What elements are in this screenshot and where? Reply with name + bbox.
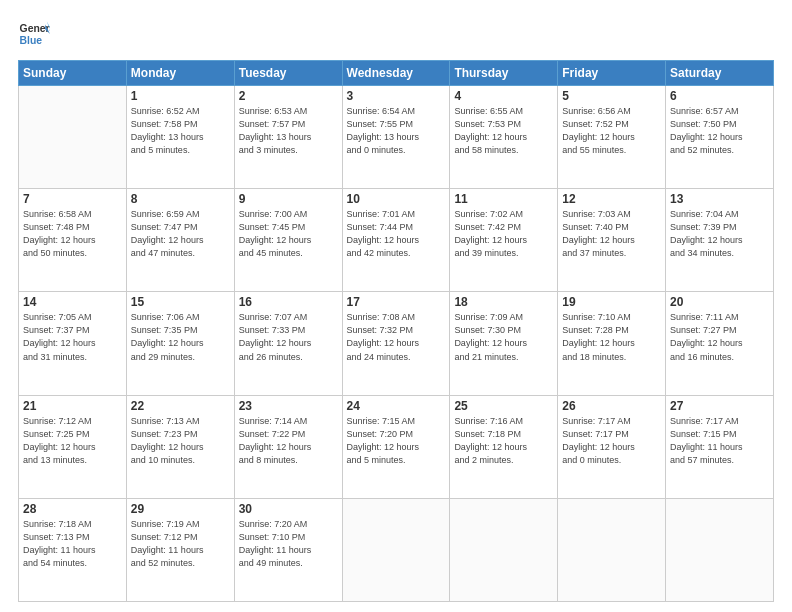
calendar-cell: 6Sunrise: 6:57 AMSunset: 7:50 PMDaylight…: [666, 86, 774, 189]
day-info: Sunrise: 7:14 AMSunset: 7:22 PMDaylight:…: [239, 415, 338, 467]
day-info: Sunrise: 7:16 AMSunset: 7:18 PMDaylight:…: [454, 415, 553, 467]
calendar-cell: 24Sunrise: 7:15 AMSunset: 7:20 PMDayligh…: [342, 395, 450, 498]
day-info: Sunrise: 7:02 AMSunset: 7:42 PMDaylight:…: [454, 208, 553, 260]
day-info: Sunrise: 7:15 AMSunset: 7:20 PMDaylight:…: [347, 415, 446, 467]
weekday-header-sunday: Sunday: [19, 61, 127, 86]
weekday-header-wednesday: Wednesday: [342, 61, 450, 86]
day-number: 3: [347, 89, 446, 103]
day-number: 27: [670, 399, 769, 413]
day-info: Sunrise: 7:07 AMSunset: 7:33 PMDaylight:…: [239, 311, 338, 363]
calendar-cell: 1Sunrise: 6:52 AMSunset: 7:58 PMDaylight…: [126, 86, 234, 189]
day-info: Sunrise: 6:58 AMSunset: 7:48 PMDaylight:…: [23, 208, 122, 260]
day-number: 12: [562, 192, 661, 206]
day-info: Sunrise: 7:10 AMSunset: 7:28 PMDaylight:…: [562, 311, 661, 363]
calendar-cell: 4Sunrise: 6:55 AMSunset: 7:53 PMDaylight…: [450, 86, 558, 189]
calendar-cell: [342, 498, 450, 601]
calendar-week-row: 28Sunrise: 7:18 AMSunset: 7:13 PMDayligh…: [19, 498, 774, 601]
calendar-cell: 28Sunrise: 7:18 AMSunset: 7:13 PMDayligh…: [19, 498, 127, 601]
day-info: Sunrise: 7:13 AMSunset: 7:23 PMDaylight:…: [131, 415, 230, 467]
logo: General Blue: [18, 18, 50, 50]
day-info: Sunrise: 7:06 AMSunset: 7:35 PMDaylight:…: [131, 311, 230, 363]
day-info: Sunrise: 7:18 AMSunset: 7:13 PMDaylight:…: [23, 518, 122, 570]
calendar-cell: 9Sunrise: 7:00 AMSunset: 7:45 PMDaylight…: [234, 189, 342, 292]
day-number: 14: [23, 295, 122, 309]
calendar-cell: 22Sunrise: 7:13 AMSunset: 7:23 PMDayligh…: [126, 395, 234, 498]
day-number: 22: [131, 399, 230, 413]
weekday-header-thursday: Thursday: [450, 61, 558, 86]
day-info: Sunrise: 7:12 AMSunset: 7:25 PMDaylight:…: [23, 415, 122, 467]
day-number: 4: [454, 89, 553, 103]
day-number: 20: [670, 295, 769, 309]
day-number: 24: [347, 399, 446, 413]
day-info: Sunrise: 6:56 AMSunset: 7:52 PMDaylight:…: [562, 105, 661, 157]
logo-icon: General Blue: [18, 18, 50, 50]
weekday-header-saturday: Saturday: [666, 61, 774, 86]
calendar-cell: [666, 498, 774, 601]
day-info: Sunrise: 7:20 AMSunset: 7:10 PMDaylight:…: [239, 518, 338, 570]
calendar-cell: 19Sunrise: 7:10 AMSunset: 7:28 PMDayligh…: [558, 292, 666, 395]
day-info: Sunrise: 7:04 AMSunset: 7:39 PMDaylight:…: [670, 208, 769, 260]
calendar-week-row: 14Sunrise: 7:05 AMSunset: 7:37 PMDayligh…: [19, 292, 774, 395]
day-info: Sunrise: 7:05 AMSunset: 7:37 PMDaylight:…: [23, 311, 122, 363]
day-info: Sunrise: 7:19 AMSunset: 7:12 PMDaylight:…: [131, 518, 230, 570]
calendar-cell: 29Sunrise: 7:19 AMSunset: 7:12 PMDayligh…: [126, 498, 234, 601]
day-info: Sunrise: 6:53 AMSunset: 7:57 PMDaylight:…: [239, 105, 338, 157]
day-info: Sunrise: 7:17 AMSunset: 7:15 PMDaylight:…: [670, 415, 769, 467]
day-info: Sunrise: 7:11 AMSunset: 7:27 PMDaylight:…: [670, 311, 769, 363]
weekday-header-friday: Friday: [558, 61, 666, 86]
calendar-cell: 3Sunrise: 6:54 AMSunset: 7:55 PMDaylight…: [342, 86, 450, 189]
day-number: 11: [454, 192, 553, 206]
day-number: 17: [347, 295, 446, 309]
day-info: Sunrise: 6:52 AMSunset: 7:58 PMDaylight:…: [131, 105, 230, 157]
day-info: Sunrise: 7:08 AMSunset: 7:32 PMDaylight:…: [347, 311, 446, 363]
calendar-cell: 12Sunrise: 7:03 AMSunset: 7:40 PMDayligh…: [558, 189, 666, 292]
calendar-cell: 30Sunrise: 7:20 AMSunset: 7:10 PMDayligh…: [234, 498, 342, 601]
day-info: Sunrise: 6:57 AMSunset: 7:50 PMDaylight:…: [670, 105, 769, 157]
calendar-cell: 18Sunrise: 7:09 AMSunset: 7:30 PMDayligh…: [450, 292, 558, 395]
day-number: 26: [562, 399, 661, 413]
weekday-header-tuesday: Tuesday: [234, 61, 342, 86]
day-number: 1: [131, 89, 230, 103]
calendar-cell: 26Sunrise: 7:17 AMSunset: 7:17 PMDayligh…: [558, 395, 666, 498]
day-number: 9: [239, 192, 338, 206]
page: General Blue SundayMondayTuesdayWednesda…: [0, 0, 792, 612]
calendar-cell: 23Sunrise: 7:14 AMSunset: 7:22 PMDayligh…: [234, 395, 342, 498]
calendar-cell: 17Sunrise: 7:08 AMSunset: 7:32 PMDayligh…: [342, 292, 450, 395]
day-number: 30: [239, 502, 338, 516]
calendar-cell: 10Sunrise: 7:01 AMSunset: 7:44 PMDayligh…: [342, 189, 450, 292]
calendar-cell: 7Sunrise: 6:58 AMSunset: 7:48 PMDaylight…: [19, 189, 127, 292]
calendar-cell: 8Sunrise: 6:59 AMSunset: 7:47 PMDaylight…: [126, 189, 234, 292]
day-number: 6: [670, 89, 769, 103]
day-info: Sunrise: 6:59 AMSunset: 7:47 PMDaylight:…: [131, 208, 230, 260]
day-number: 13: [670, 192, 769, 206]
calendar-table: SundayMondayTuesdayWednesdayThursdayFrid…: [18, 60, 774, 602]
day-number: 15: [131, 295, 230, 309]
calendar-cell: [450, 498, 558, 601]
calendar-cell: 16Sunrise: 7:07 AMSunset: 7:33 PMDayligh…: [234, 292, 342, 395]
calendar-week-row: 7Sunrise: 6:58 AMSunset: 7:48 PMDaylight…: [19, 189, 774, 292]
calendar-cell: 15Sunrise: 7:06 AMSunset: 7:35 PMDayligh…: [126, 292, 234, 395]
day-number: 21: [23, 399, 122, 413]
weekday-header-monday: Monday: [126, 61, 234, 86]
svg-text:Blue: Blue: [20, 35, 43, 46]
day-number: 28: [23, 502, 122, 516]
day-info: Sunrise: 7:01 AMSunset: 7:44 PMDaylight:…: [347, 208, 446, 260]
day-info: Sunrise: 7:17 AMSunset: 7:17 PMDaylight:…: [562, 415, 661, 467]
day-info: Sunrise: 6:54 AMSunset: 7:55 PMDaylight:…: [347, 105, 446, 157]
day-number: 23: [239, 399, 338, 413]
weekday-header-row: SundayMondayTuesdayWednesdayThursdayFrid…: [19, 61, 774, 86]
calendar-cell: 11Sunrise: 7:02 AMSunset: 7:42 PMDayligh…: [450, 189, 558, 292]
day-info: Sunrise: 7:03 AMSunset: 7:40 PMDaylight:…: [562, 208, 661, 260]
calendar-cell: 20Sunrise: 7:11 AMSunset: 7:27 PMDayligh…: [666, 292, 774, 395]
calendar-week-row: 1Sunrise: 6:52 AMSunset: 7:58 PMDaylight…: [19, 86, 774, 189]
day-number: 7: [23, 192, 122, 206]
calendar-cell: 21Sunrise: 7:12 AMSunset: 7:25 PMDayligh…: [19, 395, 127, 498]
calendar-cell: [19, 86, 127, 189]
day-number: 8: [131, 192, 230, 206]
day-info: Sunrise: 7:00 AMSunset: 7:45 PMDaylight:…: [239, 208, 338, 260]
day-number: 5: [562, 89, 661, 103]
calendar-cell: 2Sunrise: 6:53 AMSunset: 7:57 PMDaylight…: [234, 86, 342, 189]
day-number: 2: [239, 89, 338, 103]
header: General Blue: [18, 18, 774, 50]
day-number: 10: [347, 192, 446, 206]
